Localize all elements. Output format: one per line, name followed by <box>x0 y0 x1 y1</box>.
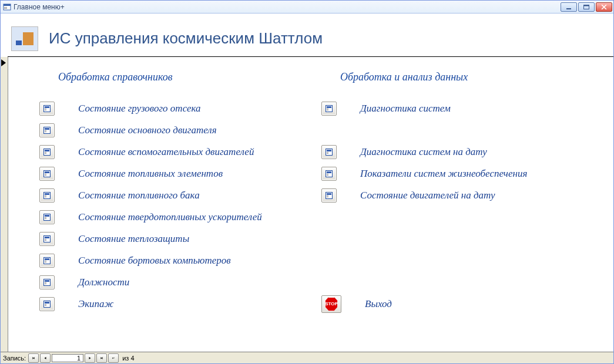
app-window: Главное меню+ ИС управления космическим … <box>0 0 614 364</box>
menu-label: Состояние вспомогательных двигателей <box>78 146 254 158</box>
menu-label: Состояние основного двигателя <box>78 124 217 136</box>
svg-rect-7 <box>32 357 33 359</box>
open-engines-by-date-button[interactable] <box>321 188 337 203</box>
form-icon <box>43 214 51 221</box>
menu-label: Состояние бортовых компьютеров <box>78 255 231 267</box>
menu-label: Состояние грузового отсека <box>78 103 201 114</box>
form-icon <box>326 105 333 112</box>
form-header: ИС управления космическим Шаттлом <box>8 21 613 57</box>
nav-next-button[interactable] <box>85 353 95 363</box>
nav-current-input[interactable] <box>52 354 83 362</box>
client-area: ИС управления космическим Шаттлом Обрабо… <box>1 14 613 363</box>
form-icon <box>326 192 333 199</box>
record-navigation: Запись: * из 4 <box>1 352 613 363</box>
open-cargo-status-button[interactable] <box>39 102 55 116</box>
menu-label: Диагностика систем <box>360 103 451 114</box>
svg-rect-4 <box>566 8 571 9</box>
page-title: ИС управления космическим Шаттлом <box>49 29 323 48</box>
right-column: Обработка и анализ данных Диагностика си… <box>324 71 602 315</box>
form-icon <box>43 149 51 156</box>
menu-label: Состояние топливного бака <box>78 190 200 201</box>
svg-rect-3 <box>4 8 7 9</box>
stop-icon: STOP <box>325 297 338 311</box>
open-diagnostics-by-date-button[interactable] <box>321 145 337 159</box>
menu-label: Показатели систем жизнеобеспечения <box>360 168 527 180</box>
spacer-row <box>324 206 602 228</box>
open-solid-burners-status-button[interactable] <box>39 210 55 224</box>
form-icon <box>43 235 51 242</box>
svg-rect-1 <box>4 4 11 6</box>
open-thermal-shield-status-button[interactable] <box>39 232 55 246</box>
open-main-engine-status-button[interactable] <box>39 123 55 137</box>
open-fuel-tank-status-button[interactable] <box>39 188 55 203</box>
menu-label: Состояние топливных элементов <box>78 168 223 180</box>
menu-label: Диагностика систем на дату <box>360 146 487 158</box>
maximize-button[interactable] <box>578 2 595 12</box>
form-icon <box>43 170 51 177</box>
record-selector[interactable] <box>1 57 8 363</box>
nav-first-button[interactable] <box>28 353 39 363</box>
form-icon <box>43 105 51 112</box>
menu-label: Должности <box>78 277 129 288</box>
open-diagnostics-button[interactable] <box>321 102 337 116</box>
left-heading: Обработка справочников <box>42 71 324 83</box>
menu-label: Состояние двигателей на дату <box>360 190 495 201</box>
nav-prev-button[interactable] <box>40 353 51 363</box>
nav-last-button[interactable] <box>96 353 107 363</box>
current-record-marker-icon <box>1 59 6 66</box>
form-icon <box>43 127 51 134</box>
form-icon <box>326 149 333 156</box>
menu-label: Состояние твердотопливных ускорителей <box>78 211 262 223</box>
right-heading: Обработка и анализ данных <box>324 71 602 83</box>
nav-of-text: из 4 <box>122 355 134 362</box>
spacer-row <box>324 271 602 293</box>
form-icon <box>3 3 11 11</box>
form-icon <box>43 192 51 199</box>
titlebar: Главное меню+ <box>1 1 613 14</box>
svg-rect-2 <box>4 7 7 8</box>
minimize-button[interactable] <box>561 2 577 12</box>
open-positions-button[interactable] <box>39 275 55 289</box>
open-life-support-indicators-button[interactable] <box>321 167 337 181</box>
window-title: Главное меню+ <box>14 3 558 11</box>
menu-label: Состояние теплозащиты <box>78 233 189 245</box>
form-icon <box>326 170 333 177</box>
svg-rect-8 <box>102 357 103 359</box>
left-column: Обработка справочников Состояние грузово… <box>42 71 324 315</box>
nav-new-record-button[interactable]: * <box>108 353 119 363</box>
menu-label: Экипаж <box>78 298 113 310</box>
nav-label: Запись: <box>3 355 26 362</box>
spacer-row <box>324 250 602 271</box>
form-body: Обработка справочников Состояние грузово… <box>9 57 613 363</box>
form-icon <box>43 279 51 286</box>
svg-rect-6 <box>584 5 589 6</box>
form-icon <box>43 257 51 264</box>
open-fuel-elements-status-button[interactable] <box>39 167 55 181</box>
open-crew-button[interactable] <box>39 297 55 311</box>
close-button[interactable] <box>596 2 612 12</box>
open-onboard-computers-status-button[interactable] <box>39 254 55 268</box>
exit-button[interactable]: STOP <box>321 295 341 313</box>
exit-label: Выход <box>365 298 392 310</box>
open-aux-engines-status-button[interactable] <box>39 145 55 159</box>
spacer-row <box>324 119 602 141</box>
logo-icon <box>11 26 38 51</box>
form-icon <box>43 301 51 308</box>
spacer-row <box>324 228 602 250</box>
window-controls <box>561 2 612 12</box>
